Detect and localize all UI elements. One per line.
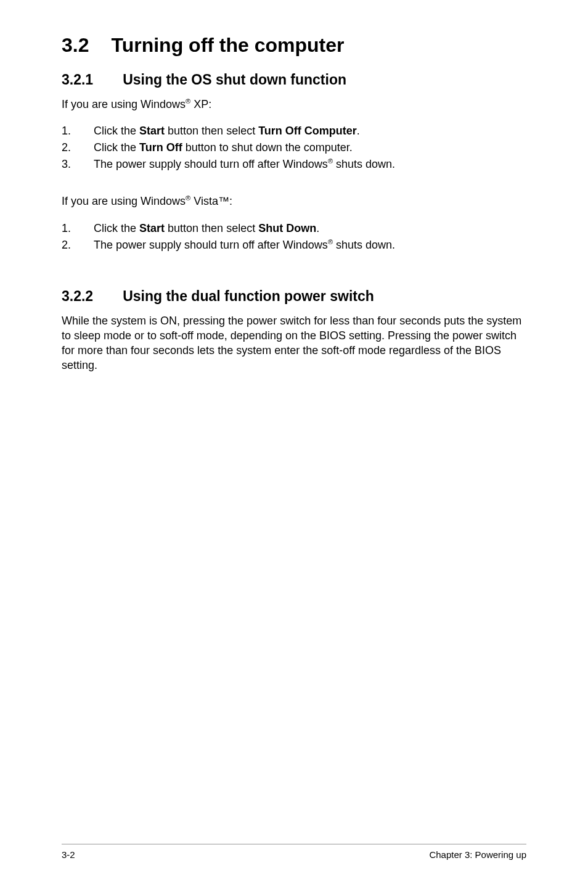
- list-item: 1. Click the Start button then select Tu…: [62, 123, 526, 139]
- registered-symbol: ®: [186, 194, 190, 202]
- footer-divider: [62, 844, 526, 844]
- list-text: The power supply should turn off after W…: [94, 156, 395, 173]
- list-number: 1.: [62, 220, 73, 237]
- body-paragraph: While the system is ON, pressing the pow…: [62, 313, 526, 373]
- intro-vista-pre: If you are using Windows: [62, 195, 186, 207]
- vista-steps-list: 1. Click the Start button then select Sh…: [62, 220, 526, 254]
- intro-vista-post: Vista™:: [190, 195, 232, 207]
- registered-symbol: ®: [186, 97, 190, 105]
- text-segment: button to shut down the computer.: [182, 141, 353, 154]
- text-segment: .: [357, 125, 360, 137]
- text-segment: The power supply should turn off after W…: [94, 239, 328, 251]
- list-number: 1.: [62, 123, 73, 139]
- section-title: 3.2 Turning off the computer: [62, 34, 526, 57]
- text-segment: Click the: [94, 125, 139, 137]
- list-item: 2. Click the Turn Off button to shut dow…: [62, 139, 526, 156]
- section-title-text: Turning off the computer: [111, 34, 344, 57]
- text-segment: The power supply should turn off after W…: [94, 158, 328, 170]
- list-text: Click the Start button then select Shut …: [94, 220, 319, 237]
- list-item: 3. The power supply should turn off afte…: [62, 156, 526, 173]
- text-segment: shuts down.: [333, 239, 395, 251]
- subsection-number: 3.2.2: [62, 288, 93, 305]
- registered-symbol: ®: [328, 157, 333, 165]
- page-number: 3-2: [62, 849, 75, 860]
- subsection-title: 3.2.2 Using the dual function power swit…: [62, 288, 526, 305]
- text-segment: Click the: [94, 222, 139, 234]
- bold-text: Start: [139, 222, 165, 234]
- text-segment: Click the: [94, 141, 139, 154]
- chapter-label: Chapter 3: Powering up: [429, 849, 526, 860]
- subsection-title-text: Using the OS shut down function: [123, 72, 346, 88]
- list-text: The power supply should turn off after W…: [94, 237, 395, 254]
- text-segment: shuts down.: [333, 158, 395, 170]
- section-number: 3.2: [62, 34, 89, 57]
- intro-xp: If you are using Windows® XP:: [62, 97, 526, 112]
- intro-xp-pre: If you are using Windows: [62, 98, 186, 110]
- subsection-title-text: Using the dual function power switch: [123, 288, 374, 305]
- list-number: 3.: [62, 156, 73, 173]
- list-number: 2.: [62, 139, 73, 156]
- bold-text: Start: [139, 125, 165, 137]
- page-footer: 3-2 Chapter 3: Powering up: [62, 844, 526, 860]
- subsection-number: 3.2.1: [62, 72, 93, 88]
- text-segment: button then select: [165, 222, 258, 234]
- text-segment: button then select: [165, 125, 258, 137]
- list-text: Click the Start button then select Turn …: [94, 123, 360, 139]
- bold-text: Shut Down: [258, 222, 316, 234]
- list-item: 1. Click the Start button then select Sh…: [62, 220, 526, 237]
- text-segment: .: [316, 222, 319, 234]
- list-text: Click the Turn Off button to shut down t…: [94, 139, 353, 156]
- list-item: 2. The power supply should turn off afte…: [62, 237, 526, 254]
- xp-steps-list: 1. Click the Start button then select Tu…: [62, 123, 526, 173]
- subsection-title: 3.2.1 Using the OS shut down function: [62, 72, 526, 88]
- intro-xp-post: XP:: [190, 98, 211, 110]
- bold-text: Turn Off: [139, 141, 182, 154]
- list-number: 2.: [62, 237, 73, 254]
- bold-text: Turn Off Computer: [258, 125, 357, 137]
- intro-vista: If you are using Windows® Vista™:: [62, 194, 526, 208]
- registered-symbol: ®: [328, 238, 333, 245]
